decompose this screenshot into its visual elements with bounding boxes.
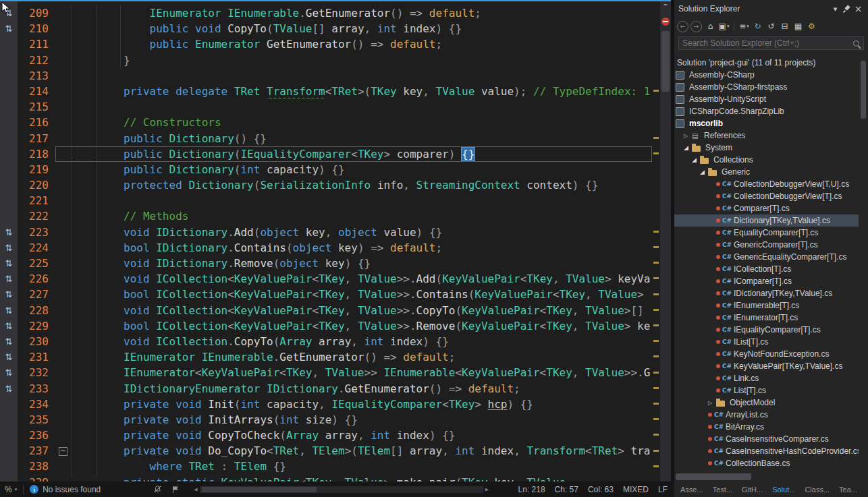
fold-minus-icon[interactable]: − bbox=[59, 447, 67, 456]
code-line[interactable]: 216 // Constructors bbox=[0, 115, 652, 130]
tree-item-icsharpcode-sharpziplib[interactable]: ICSharpCode.SharpZipLib bbox=[674, 105, 859, 117]
refresh-icon[interactable]: ↺ bbox=[765, 20, 778, 33]
tree-vertical-scrollbar[interactable] bbox=[859, 57, 868, 472]
collapse-all-icon[interactable]: ⊟ bbox=[778, 20, 791, 33]
tree-item-icomparer-t-cs[interactable]: C#IComparer[T].cs bbox=[674, 275, 859, 287]
code-line[interactable]: 235 private void InitArrays(int size) {} bbox=[0, 412, 652, 428]
code-line[interactable]: ⇅233 IDictionaryEnumerator IDictionary.G… bbox=[0, 381, 652, 397]
nav-forward-icon[interactable]: → bbox=[690, 21, 702, 32]
tree-item-ienumerable-t-cs[interactable]: C#IEnumerable[T].cs bbox=[674, 299, 859, 312]
code-line[interactable]: 219 public Dictionary(int capacity) {} bbox=[0, 162, 652, 177]
code-line[interactable]: 239 private static KeyValuePair<TKey, TV… bbox=[0, 475, 652, 481]
tree-item-references[interactable]: ▷▤References bbox=[674, 129, 859, 142]
editor-vertical-scrollbar[interactable]: ═ bbox=[660, 0, 671, 481]
tool-tab-class[interactable]: Class... bbox=[800, 483, 834, 496]
line-ending-mode-indicator[interactable]: MIXED bbox=[623, 485, 649, 494]
code-line[interactable]: 234 private void Init(int capacity, IEqu… bbox=[0, 397, 652, 412]
tree-item-collectiondebuggerview-t-cs[interactable]: C#CollectionDebuggerView[T].cs bbox=[674, 190, 859, 202]
eol-indicator[interactable]: LF bbox=[658, 485, 668, 494]
tool-tab-solut[interactable]: Solut... bbox=[767, 483, 800, 496]
tree-item-ienumerator-t-cs[interactable]: C#IEnumerator[T].cs bbox=[674, 312, 859, 324]
code-line[interactable]: ⇅225 void IDictionary.Remove(object key)… bbox=[0, 256, 652, 271]
chevron-expanded-icon[interactable]: ◢ bbox=[684, 144, 692, 151]
reference-arrows-icon[interactable]: ⇅ bbox=[0, 256, 18, 271]
code-line[interactable]: ⇅230 void ICollection.CopyTo(Array array… bbox=[0, 334, 652, 349]
fold-collapse-box[interactable]: − bbox=[55, 443, 72, 459]
scrollbar-track[interactable] bbox=[200, 486, 483, 493]
scroll-left-icon[interactable] bbox=[192, 487, 199, 492]
code-line[interactable]: ⇅226 void ICollection<KeyValuePair<TKey,… bbox=[0, 271, 652, 287]
code-line[interactable]: ⇅227 bool ICollection<KeyValuePair<TKey,… bbox=[0, 287, 652, 302]
pin-icon[interactable] bbox=[841, 4, 852, 14]
nav-back-icon[interactable]: ← bbox=[677, 21, 688, 32]
code-editor[interactable]: ⇅209 IEnumerator IEnumerable.GetEnumerat… bbox=[0, 0, 671, 481]
tree-item-generic[interactable]: ◢Generic bbox=[674, 166, 859, 178]
code-line[interactable]: 211 public Enumerator GetEnumerator() =>… bbox=[0, 36, 652, 52]
scrollbar-thumb[interactable] bbox=[661, 31, 670, 92]
code-line[interactable]: 212 } bbox=[0, 53, 652, 68]
home-icon[interactable]: ⌂ bbox=[704, 20, 717, 33]
tree-item-link-cs[interactable]: C#Link.cs bbox=[674, 372, 859, 384]
tree-item-collectionbase-cs[interactable]: C#CollectionBase.cs bbox=[674, 457, 859, 469]
code-line[interactable]: 237− private void Do_CopyTo<TRet, TElem>… bbox=[0, 443, 652, 459]
reference-arrows-icon[interactable]: ⇅ bbox=[0, 381, 18, 397]
tree-item-comparer-t-cs[interactable]: C#Comparer[T].cs bbox=[674, 202, 859, 214]
switch-views-icon[interactable]: ▣▾ bbox=[717, 20, 730, 33]
tree-item-caseinsensitivehashcodeprovider-cs[interactable]: C#CaseInsensitiveHashCodeProvider.cs bbox=[674, 445, 859, 457]
tree-item-keynotfoundexception-cs[interactable]: C#KeyNotFoundException.cs bbox=[674, 348, 859, 360]
tree-item-arraylist-cs[interactable]: C#ArrayList.cs bbox=[674, 409, 859, 421]
tree-item-genericequalitycomparer-t-cs[interactable]: C#GenericEqualityComparer[T].cs bbox=[674, 251, 859, 263]
tree-item-idictionary-tkey-tvalue-cs[interactable]: C#IDictionary[TKey,TValue].cs bbox=[674, 287, 859, 299]
code-line[interactable]: 215 bbox=[0, 99, 652, 115]
notifications-muted-icon[interactable] bbox=[153, 485, 162, 494]
tree-item-system[interactable]: ◢System bbox=[674, 142, 859, 154]
chevron-expanded-icon[interactable]: ◢ bbox=[700, 169, 708, 175]
reference-arrows-icon[interactable]: ⇅ bbox=[0, 318, 18, 334]
solution-tree[interactable]: Solution 'project-gui' (11 of 11 project… bbox=[674, 57, 859, 472]
zoom-control[interactable]: % bbox=[5, 485, 12, 494]
tree-item-iequalitycomparer-t-cs[interactable]: C#IEqualityComparer[T].cs bbox=[674, 324, 859, 336]
chevron-down-icon[interactable]: ▾ bbox=[15, 487, 18, 492]
search-icon[interactable] bbox=[853, 40, 859, 47]
code-line[interactable]: 238 where TRet : TElem {} bbox=[0, 459, 652, 474]
chevron-collapsed-icon[interactable]: ▷ bbox=[684, 133, 692, 139]
tree-item-collectiondebuggerview-t-u-cs[interactable]: C#CollectionDebuggerView[T,U].cs bbox=[674, 178, 859, 190]
scrollbar-thumb[interactable] bbox=[202, 487, 317, 492]
tree-item-dictionary-tkey-tvalue-cs[interactable]: C#Dictionary[TKey,TValue].cs bbox=[674, 214, 859, 227]
code-line[interactable]: ⇅210 public void CopyTo(TValue[] array, … bbox=[0, 21, 652, 36]
column-indicator[interactable]: Col: 63 bbox=[588, 485, 614, 494]
tool-tab-tea[interactable]: Tea... bbox=[834, 483, 862, 496]
tree-item-caseinsensitivecomparer-cs[interactable]: C#CaseInsensitiveComparer.cs bbox=[674, 433, 859, 445]
tree-item-objectmodel[interactable]: ▷ObjectModel bbox=[674, 397, 859, 409]
code-line[interactable]: 221 bbox=[0, 193, 652, 208]
code-line[interactable]: 236 private void CopyToCheck(Array array… bbox=[0, 428, 652, 443]
chevron-expanded-icon[interactable]: ◢ bbox=[692, 156, 700, 163]
code-line[interactable]: 213 bbox=[0, 68, 652, 84]
tree-item-list-t-cs[interactable]: C#List[T].cs bbox=[674, 384, 859, 397]
solution-explorer-titlebar[interactable]: Solution Explorer bbox=[674, 0, 868, 18]
close-icon[interactable] bbox=[852, 4, 864, 14]
reference-arrows-icon[interactable]: ⇅ bbox=[0, 240, 18, 256]
tool-tab-test[interactable]: Test... bbox=[708, 483, 737, 496]
character-indicator[interactable]: Ch: 57 bbox=[555, 485, 578, 494]
tree-item-keyvaluepair-tkey-tvalue-cs[interactable]: C#KeyValuePair[TKey,TValue].cs bbox=[674, 360, 859, 372]
code-line[interactable]: ⇅224 bool IDictionary.Contains(object ke… bbox=[0, 240, 652, 256]
code-line[interactable]: ⇅229 bool ICollection<KeyValuePair<TKey,… bbox=[0, 318, 652, 334]
tree-item-assembly-unityscript[interactable]: Assembly-UnityScript bbox=[674, 93, 859, 105]
tree-item-icollection-t-cs[interactable]: C#ICollection[T].cs bbox=[674, 263, 859, 275]
tree-item-bitarray-cs[interactable]: C#BitArray.cs bbox=[674, 421, 859, 433]
tree-item-assembly-csharp[interactable]: Assembly-CSharp bbox=[674, 69, 859, 81]
code-line[interactable]: 218 public Dictionary(IEqualityComparer<… bbox=[0, 146, 652, 162]
code-lines[interactable]: ⇅209 IEnumerator IEnumerable.GetEnumerat… bbox=[0, 1, 652, 481]
search-input[interactable] bbox=[678, 36, 864, 50]
reference-arrows-icon[interactable]: ⇅ bbox=[0, 287, 18, 302]
reference-arrows-icon[interactable]: ⇅ bbox=[0, 349, 18, 365]
code-line[interactable]: 214 private delegate TRet Transform<TRet… bbox=[0, 84, 652, 99]
editor-horizontal-scrollbar[interactable] bbox=[192, 486, 491, 493]
reference-arrows-icon[interactable]: ⇅ bbox=[0, 365, 18, 380]
line-indicator[interactable]: Ln: 218 bbox=[518, 485, 545, 494]
code-line[interactable]: ⇅209 IEnumerator IEnumerable.GetEnumerat… bbox=[0, 5, 652, 21]
sync-with-active-document-icon[interactable]: ↻ bbox=[751, 20, 764, 33]
code-line[interactable]: ⇅223 void IDictionary.Add(object key, ob… bbox=[0, 225, 652, 240]
scope-filter-icon[interactable]: ≡▾ bbox=[738, 20, 751, 33]
